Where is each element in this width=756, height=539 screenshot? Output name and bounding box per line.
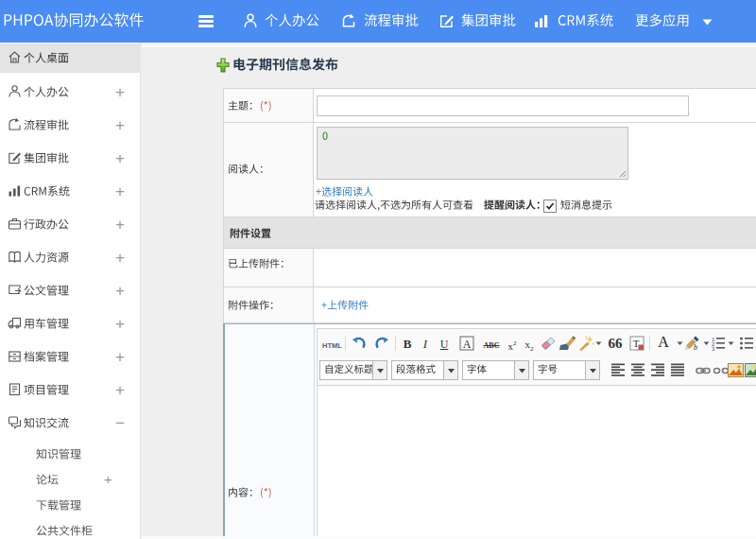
svg-text:A: A — [463, 338, 472, 351]
svg-text:3: 3 — [712, 346, 715, 351]
svg-text:b: b — [694, 343, 697, 351]
